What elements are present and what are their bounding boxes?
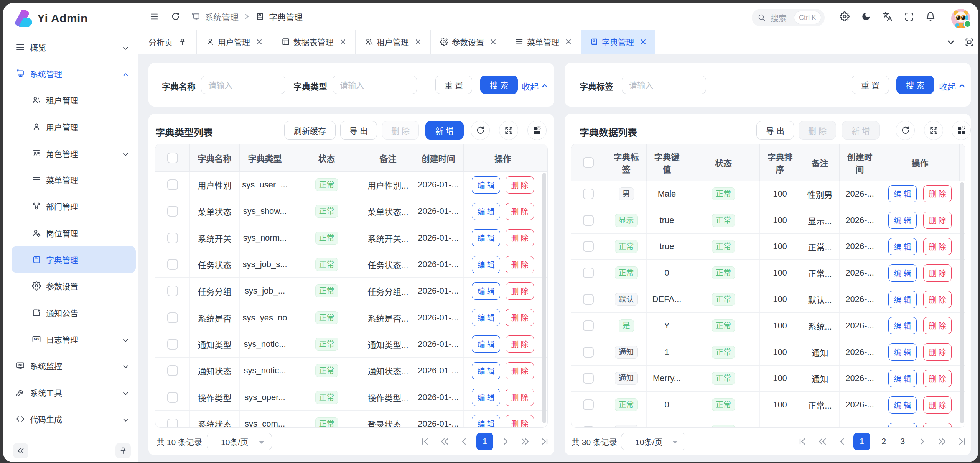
svg-text:DEV: DEV: [34, 338, 39, 341]
